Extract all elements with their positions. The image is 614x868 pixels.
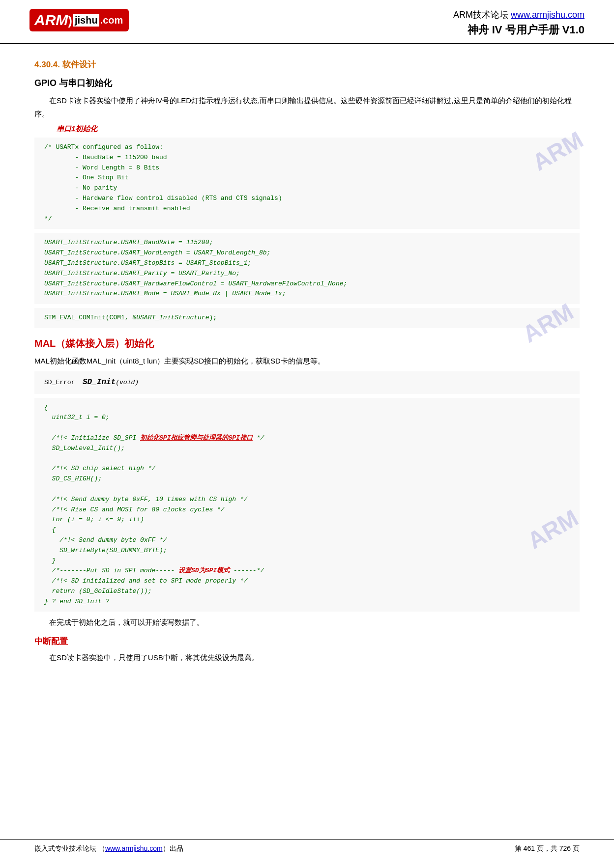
- header-right: ARM技术论坛 www.armjishu.com 神舟 IV 号用户手册 V1.…: [453, 9, 585, 37]
- mal-paragraph: MAL初始化函数MAL_Init（uint8_t lun）主要实现SD接口的初始…: [34, 354, 580, 367]
- header-website-link[interactable]: www.armjishu.com: [511, 10, 585, 20]
- stm-eval-cominit: STM_EVAL_COMInit(COM1, &USART_InitStruct…: [34, 308, 580, 328]
- sd-init-body: { uint32_t i = 0; /*!< Initialize SD_SPI…: [34, 398, 580, 612]
- footer: 嵌入式专业技术论坛 （www.armjishu.com）出品 第 461 页，共…: [0, 839, 614, 853]
- logo-com-text: .com: [100, 15, 123, 26]
- mal-heading: MAL（媒体接入层）初始化: [34, 337, 580, 350]
- page-container: ARM ARM ARM ARM) jishu.com ARM技术论坛 www.a…: [0, 0, 614, 868]
- logo-area: ARM) jishu.com: [29, 9, 129, 31]
- footer-website-link[interactable]: www.armjishu.com: [105, 844, 163, 852]
- footer-left: 嵌入式专业技术论坛 （www.armjishu.com）出品: [34, 844, 183, 853]
- intro-paragraph: 在SD卡读卡器实验中使用了神舟IV号的LED灯指示程序运行状态,而串口则输出提供…: [34, 94, 580, 120]
- gpio-serial-heading: GPIO 与串口初始化: [34, 77, 580, 89]
- serial-init-subheading: 串口1初始化: [34, 124, 580, 134]
- footer-org-text: 嵌入式专业技术论坛 （: [34, 844, 105, 852]
- logo-jishu-text: jishu: [73, 14, 99, 27]
- interrupt-paragraph: 在SD读卡器实验中，只使用了USB中断，将其优先级设为最高。: [34, 651, 580, 664]
- header-title: 神舟 IV 号用户手册 V1.0: [453, 23, 585, 37]
- footer-page-info: 第 461 页，共 726 页: [515, 844, 580, 853]
- section-title: 4.30.4. 软件设计: [34, 59, 580, 70]
- logo-arm-text: ARM): [34, 12, 72, 28]
- main-content: 4.30.4. 软件设计 GPIO 与串口初始化 在SD卡读卡器实验中使用了神舟…: [0, 44, 614, 688]
- usart-init-code: USART_InitStructure.USART_BaudRate = 115…: [34, 233, 580, 304]
- logo-wrapper: ARM) jishu.com: [29, 9, 129, 31]
- header-line1: ARM技术论坛 www.armjishu.com: [453, 9, 585, 21]
- after-init-text: 在完成于初始化之后，就可以开始读写数据了。: [34, 616, 580, 629]
- sd-init-func-signature: SD_Error SD_Init(void): [34, 371, 580, 394]
- interrupt-heading: 中断配置: [34, 636, 580, 647]
- header: ARM) jishu.com ARM技术论坛 www.armjishu.com …: [0, 0, 614, 44]
- footer-suffix: ）出品: [163, 844, 183, 852]
- usart-config-comment: /* USARTx configured as follow: - BaudRa…: [34, 138, 580, 229]
- header-forum-text: ARM技术论坛: [453, 10, 508, 20]
